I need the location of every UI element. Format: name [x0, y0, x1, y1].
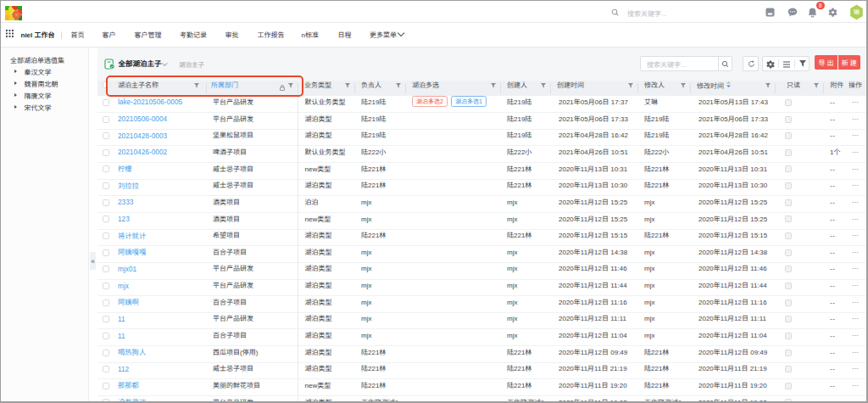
- svg-text:琳: 琳: [854, 7, 860, 16]
